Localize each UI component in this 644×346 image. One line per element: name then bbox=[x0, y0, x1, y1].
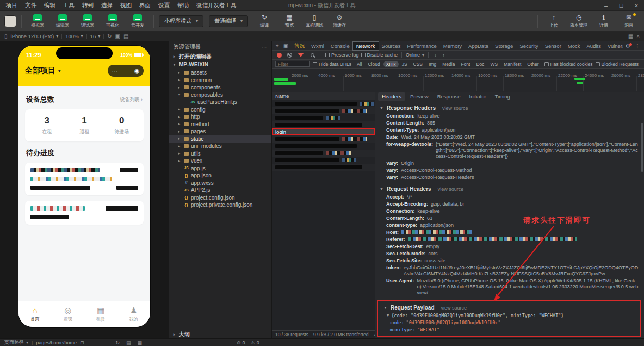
project-action-button[interactable]: ✉ 消息 bbox=[618, 12, 640, 30]
menu-item[interactable]: 帮助 bbox=[174, 2, 193, 9]
menu-item[interactable]: 微信开发者工具 bbox=[193, 2, 240, 9]
type-filter-pill[interactable]: Img bbox=[426, 61, 439, 67]
kebab-menu-icon[interactable]: ⋮ bbox=[633, 43, 642, 49]
record-button[interactable] bbox=[277, 53, 282, 58]
devtools-tab[interactable]: Audits bbox=[584, 42, 604, 50]
type-filter-pill[interactable]: Other bbox=[524, 61, 541, 67]
device-list-link[interactable]: 设备列表 › bbox=[120, 96, 143, 103]
request-row[interactable] bbox=[272, 150, 375, 157]
hide-data-urls-checkbox[interactable]: Hide data URLs bbox=[313, 61, 351, 67]
tree-item[interactable]: ▸ uni_modules bbox=[169, 143, 271, 150]
type-filter-pill[interactable]: WS bbox=[488, 61, 501, 67]
tree-item[interactable]: app.js bbox=[169, 165, 271, 172]
preserve-log-checkbox[interactable]: Preserve log bbox=[325, 52, 359, 58]
open-external-icon[interactable]: ⊡ bbox=[80, 340, 84, 345]
tree-item[interactable]: ▾ composables bbox=[169, 91, 271, 99]
type-filter-pill[interactable]: CSS bbox=[411, 61, 425, 67]
request-row[interactable] bbox=[272, 143, 375, 150]
details-tab[interactable]: Headers bbox=[378, 92, 405, 101]
view-source-link[interactable]: view source bbox=[441, 305, 467, 311]
project-action-button[interactable]: ↑ 上传 bbox=[543, 12, 565, 30]
devtools-tab[interactable]: Network bbox=[353, 42, 379, 50]
device-selector[interactable]: iPhone 12/13 (Pro)▾ bbox=[11, 33, 59, 39]
devtools-tab[interactable]: Security bbox=[516, 42, 541, 50]
menu-item[interactable]: 界面 bbox=[135, 2, 154, 9]
tree-item[interactable]: ▸ common bbox=[169, 77, 271, 84]
request-row[interactable] bbox=[272, 157, 375, 164]
tree-item[interactable]: project.private.config.json bbox=[169, 201, 271, 209]
device-stat[interactable]: 0 待进场 bbox=[103, 115, 140, 135]
todo-card[interactable] bbox=[25, 201, 144, 225]
devtools-tab[interactable]: Storage bbox=[492, 42, 516, 50]
zoom-selector[interactable]: 100%▾ bbox=[65, 33, 83, 39]
devtools-tab[interactable]: Console bbox=[327, 42, 353, 50]
tree-item[interactable]: project.config.json bbox=[169, 194, 271, 202]
maximize-button[interactable]: □ bbox=[614, 2, 629, 9]
devtools-tab[interactable]: Memory bbox=[440, 42, 465, 50]
request-row[interactable] bbox=[272, 164, 375, 171]
request-row[interactable] bbox=[272, 107, 375, 114]
details-tab[interactable]: Preview bbox=[406, 92, 432, 101]
avatar[interactable] bbox=[4, 15, 16, 27]
request-row[interactable] bbox=[272, 100, 375, 107]
devtools-tab[interactable]: Performance bbox=[404, 42, 439, 50]
network-overview-timeline[interactable]: 2000 ms4000 ms6000 ms8000 ms10000 ms1200… bbox=[272, 69, 644, 92]
rotate-icon[interactable]: ↻ bbox=[107, 33, 112, 39]
close-small-icon[interactable]: × bbox=[636, 33, 640, 39]
export-har-icon[interactable]: ↑ bbox=[441, 52, 447, 58]
tabbar-item[interactable]: ◎ 发现 bbox=[52, 301, 85, 327]
blocked-requests-checkbox[interactable]: Blocked Requests bbox=[596, 61, 639, 67]
panel-toggle-button[interactable]: 编辑器 bbox=[52, 12, 73, 30]
compile-mode-select[interactable]: 普通编译 ▾ bbox=[209, 15, 248, 27]
mode-select[interactable]: 小程序模式 ▾ bbox=[159, 15, 203, 27]
triangle-down-icon[interactable]: ▼ bbox=[380, 106, 383, 110]
menu-item[interactable]: 转到 bbox=[78, 2, 97, 9]
details-tab[interactable]: Initiator bbox=[466, 92, 490, 101]
devtools-tab[interactable]: AppData bbox=[465, 42, 492, 50]
tree-item[interactable]: app.wxss bbox=[169, 180, 271, 187]
triangle-down-icon[interactable]: ▼ bbox=[387, 313, 389, 319]
tabbar-item[interactable]: ▦ 租赁 bbox=[84, 301, 117, 327]
details-tab[interactable]: Response bbox=[434, 92, 465, 101]
grid-icon[interactable]: ▦ bbox=[628, 33, 633, 39]
name-column-header[interactable]: Name bbox=[272, 92, 375, 100]
panel-toggle-button[interactable]: 调试器 bbox=[77, 12, 98, 30]
console-info-count[interactable]: ⊘0 bbox=[237, 340, 245, 345]
filter-input[interactable] bbox=[275, 61, 310, 67]
tree-item[interactable]: ▸ config bbox=[169, 106, 271, 114]
request-row[interactable]: login bbox=[272, 128, 375, 135]
type-filter-pill[interactable]: Media bbox=[439, 61, 457, 67]
tree-item[interactable]: ▸ http bbox=[169, 113, 271, 121]
tree-item[interactable]: ▸ components bbox=[169, 84, 271, 91]
screenshot-icon[interactable]: ▣ bbox=[115, 33, 120, 39]
project-section[interactable]: ▾ MP-WEIXIN bbox=[169, 60, 271, 69]
page-title[interactable]: 全部项目 ▾ bbox=[25, 66, 61, 76]
menu-item[interactable]: 视图 bbox=[116, 2, 135, 9]
layout-icon[interactable]: ▤ bbox=[126, 340, 131, 345]
device-toolbar-icon[interactable]: ▣ bbox=[282, 43, 290, 49]
menu-item[interactable]: 设置 bbox=[154, 2, 174, 9]
refresh-icon[interactable]: ↻ bbox=[115, 340, 120, 345]
exit-button[interactable]: ◉ bbox=[134, 68, 140, 74]
type-filter-pill[interactable]: JS bbox=[399, 61, 410, 67]
view-source-link[interactable]: view source bbox=[438, 187, 464, 192]
tree-item[interactable]: ▸ utils bbox=[169, 150, 271, 158]
layout-icon[interactable]: ▤ bbox=[123, 33, 128, 39]
details-scrollbar[interactable] bbox=[641, 123, 643, 172]
request-row[interactable] bbox=[272, 121, 375, 128]
request-row[interactable] bbox=[272, 114, 375, 121]
devtools-tab[interactable]: 简况 bbox=[291, 41, 308, 51]
page-path-selector[interactable]: 页面路径 ▾ bbox=[4, 339, 28, 346]
menu-item[interactable]: 工具 bbox=[59, 2, 78, 9]
grid-icon[interactable]: ▦ bbox=[138, 340, 143, 345]
tabbar-item[interactable]: ⌂ 首页 bbox=[18, 301, 52, 327]
tree-item[interactable]: app.json bbox=[169, 172, 271, 180]
compile-action-button[interactable]: ⊘ 清缓存 bbox=[329, 12, 350, 30]
close-button[interactable]: × bbox=[629, 2, 644, 9]
tree-item[interactable]: ▸ method bbox=[169, 121, 271, 128]
menu-item[interactable]: 编辑 bbox=[40, 2, 59, 9]
devtools-tab[interactable]: Sensor bbox=[542, 42, 565, 50]
more-button[interactable]: ⋯ bbox=[112, 68, 117, 74]
clear-button[interactable] bbox=[287, 53, 292, 58]
devtools-tab[interactable]: Vulnerability bbox=[604, 42, 623, 50]
